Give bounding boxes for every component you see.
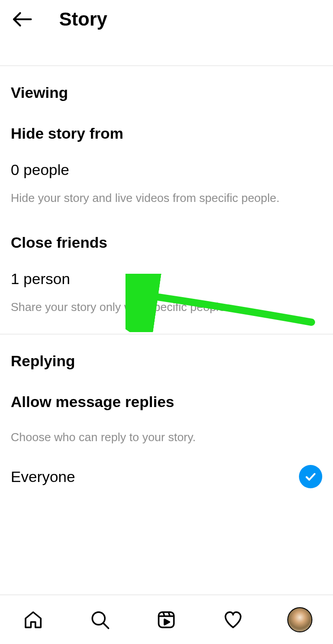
home-icon <box>23 609 43 630</box>
hide-story-setting[interactable]: Hide story from 0 people Hide your story… <box>11 125 322 206</box>
close-friends-setting[interactable]: Close friends 1 person Share your story … <box>11 234 322 315</box>
close-friends-desc: Share your story only with specific peop… <box>11 299 322 315</box>
back-button[interactable] <box>11 8 33 31</box>
bottom-nav <box>0 595 333 644</box>
replying-heading: Replying <box>11 352 322 370</box>
arrow-left-icon <box>11 9 33 30</box>
viewing-section: Viewing Hide story from 0 people Hide yo… <box>0 66 333 315</box>
close-friends-title: Close friends <box>11 234 322 251</box>
svg-marker-8 <box>164 619 169 625</box>
header: Story <box>0 0 333 39</box>
hide-story-title: Hide story from <box>11 125 322 142</box>
allow-replies-title: Allow message replies <box>11 393 322 411</box>
heart-icon <box>223 609 243 630</box>
nav-profile[interactable] <box>286 606 313 633</box>
profile-avatar <box>287 607 312 632</box>
close-friends-value: 1 person <box>11 270 322 288</box>
nav-home[interactable] <box>20 606 47 633</box>
nav-search[interactable] <box>86 606 113 633</box>
replying-section: Replying Allow message replies Choose wh… <box>0 334 333 494</box>
allow-replies-setting: Allow message replies Choose who can rep… <box>11 393 322 445</box>
svg-line-3 <box>104 623 108 628</box>
reels-icon <box>156 609 177 630</box>
nav-reels[interactable] <box>153 606 180 633</box>
reply-option-label: Everyone <box>11 468 75 486</box>
allow-replies-desc: Choose who can reply to your story. <box>11 429 322 445</box>
page-title: Story <box>59 9 107 30</box>
hide-story-value: 0 people <box>11 161 322 179</box>
check-circle-icon <box>299 465 322 488</box>
reply-option-everyone[interactable]: Everyone <box>11 460 322 494</box>
search-icon <box>90 609 110 630</box>
hide-story-desc: Hide your story and live videos from spe… <box>11 190 322 206</box>
viewing-heading: Viewing <box>11 84 322 101</box>
nav-activity[interactable] <box>220 606 247 633</box>
